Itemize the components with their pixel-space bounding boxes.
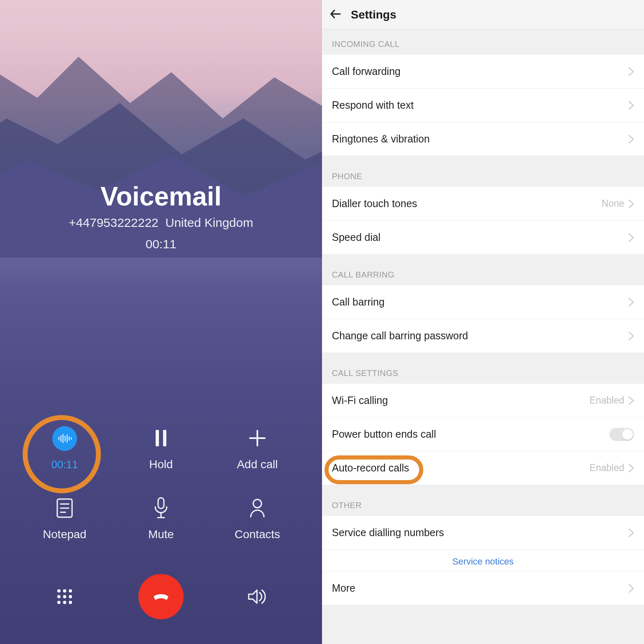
dialpad-button[interactable] (16, 584, 113, 609)
mute-button[interactable]: Mute (113, 496, 209, 541)
speaker-button[interactable] (209, 584, 306, 609)
hold-button[interactable]: Hold (113, 426, 209, 471)
mute-label: Mute (148, 528, 174, 541)
chevron-right-icon (628, 67, 634, 76)
chevron-right-icon (628, 584, 634, 593)
setting-label: Auto-record calls (332, 462, 409, 474)
svg-point-20 (63, 589, 66, 593)
setting-ringtones-vibration[interactable]: Ringtones & vibration (322, 122, 644, 156)
chevron-right-icon (628, 464, 634, 473)
section-header-call-settings: CALL SETTINGS (322, 359, 644, 384)
chevron-right-icon (628, 528, 634, 537)
microphone-icon (153, 496, 169, 520)
caller-subline: +447953222222 United Kingdom (0, 216, 322, 230)
setting-label: Service dialling numbers (332, 527, 444, 539)
chevron-right-icon (628, 101, 634, 110)
setting-auto-record-calls[interactable]: Auto-record calls Enabled (322, 451, 644, 485)
person-icon (248, 496, 266, 520)
notepad-icon (56, 496, 74, 520)
service-notices-link[interactable]: Service notices (322, 550, 644, 572)
svg-point-21 (69, 589, 72, 593)
back-button[interactable] (329, 8, 342, 22)
setting-label: Dialler touch tones (332, 198, 417, 210)
setting-label: Speed dial (332, 231, 380, 243)
svg-point-22 (57, 595, 61, 598)
setting-value: Enabled (590, 462, 624, 474)
setting-label: Call barring (332, 296, 385, 308)
setting-service-dialling-numbers[interactable]: Service dialling numbers (322, 516, 644, 550)
setting-speed-dial[interactable]: Speed dial (322, 221, 644, 254)
call-duration: 00:11 (0, 237, 322, 251)
setting-call-barring[interactable]: Call barring (322, 285, 644, 319)
svg-rect-7 (156, 430, 159, 446)
setting-label: Power button ends call (332, 428, 436, 440)
section-header-phone: PHONE (322, 162, 644, 187)
settings-header: Settings (322, 0, 644, 30)
service-notices-label: Service notices (452, 556, 513, 567)
chevron-right-icon (628, 298, 634, 307)
contacts-button[interactable]: Contacts (209, 496, 306, 541)
setting-change-call-barring-password[interactable]: Change call barring password (322, 319, 644, 353)
call-screen: Voicemail +447953222222 United Kingdom 0… (0, 0, 322, 644)
hold-label: Hold (149, 458, 173, 471)
arrow-left-icon (329, 8, 342, 22)
settings-screen: Settings INCOMING CALL Call forwarding R… (322, 0, 644, 644)
svg-point-26 (63, 601, 66, 604)
svg-rect-15 (158, 498, 164, 509)
caller-region: United Kingdom (165, 216, 253, 229)
setting-label: Respond with text (332, 99, 414, 111)
chevron-right-icon (628, 331, 634, 341)
plus-icon (248, 426, 266, 450)
toggle-switch[interactable] (609, 428, 634, 441)
setting-dialler-touch-tones[interactable]: Dialler touch tones None (322, 187, 644, 221)
setting-label: More (332, 582, 355, 594)
svg-point-27 (69, 601, 72, 604)
svg-rect-8 (163, 430, 166, 446)
contacts-label: Contacts (235, 528, 280, 541)
add-call-button[interactable]: Add call (209, 426, 306, 471)
waveform-icon (52, 426, 77, 451)
setting-more[interactable]: More (322, 572, 644, 605)
setting-wifi-calling[interactable]: Wi-Fi calling Enabled (322, 384, 644, 418)
setting-value: None (602, 198, 624, 209)
chevron-right-icon (628, 199, 634, 208)
record-timer: 00:11 (51, 458, 78, 471)
svg-point-18 (253, 499, 261, 508)
speaker-icon (247, 584, 268, 609)
record-button[interactable]: 00:11 (16, 426, 113, 471)
settings-title: Settings (351, 8, 396, 21)
phone-hangup-icon (149, 584, 173, 609)
section-header-incoming-call: INCOMING CALL (322, 30, 644, 55)
setting-value: Enabled (590, 395, 624, 406)
chevron-right-icon (628, 396, 634, 405)
svg-point-23 (63, 595, 66, 598)
setting-power-button-ends-call[interactable]: Power button ends call (322, 418, 644, 451)
call-controls: 00:11 Hold (0, 426, 322, 644)
section-header-other: OTHER (322, 491, 644, 516)
end-call-button[interactable] (138, 574, 184, 619)
setting-label: Call forwarding (332, 65, 401, 77)
notepad-button[interactable]: Notepad (16, 496, 113, 541)
chevron-right-icon (628, 233, 634, 242)
setting-respond-with-text[interactable]: Respond with text (322, 89, 644, 122)
svg-point-19 (57, 589, 61, 593)
chevron-right-icon (628, 135, 634, 144)
caller-name: Voicemail (0, 181, 322, 212)
setting-call-forwarding[interactable]: Call forwarding (322, 55, 644, 89)
call-info: Voicemail +447953222222 United Kingdom 0… (0, 181, 322, 251)
add-call-label: Add call (237, 458, 278, 471)
setting-label: Change call barring password (332, 330, 468, 342)
pause-icon (154, 426, 168, 450)
caller-number: +447953222222 (69, 216, 159, 229)
setting-label: Ringtones & vibration (332, 133, 430, 145)
notepad-label: Notepad (43, 528, 86, 541)
dialpad-icon (56, 584, 74, 609)
section-header-call-barring: CALL BARRING (322, 260, 644, 285)
svg-point-25 (57, 601, 61, 604)
svg-point-24 (69, 595, 72, 598)
setting-label: Wi-Fi calling (332, 394, 388, 406)
